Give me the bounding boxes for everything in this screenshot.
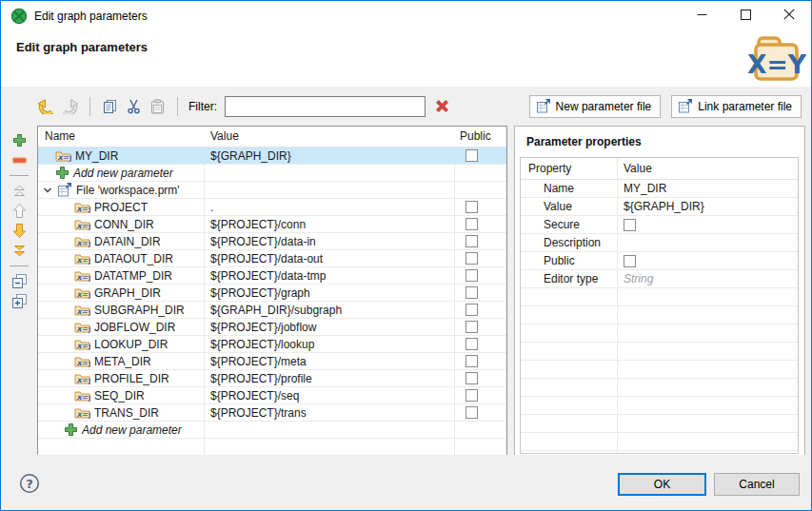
close-button[interactable] — [767, 1, 811, 30]
move-down-button[interactable] — [8, 221, 30, 241]
redo-icon — [61, 99, 79, 114]
new-parameter-file-button[interactable]: New parameter file — [529, 95, 662, 118]
column-header-public[interactable]: Public — [454, 127, 506, 147]
add-new-parameter-row[interactable]: Add new parameter — [38, 422, 506, 439]
value-cell: . — [204, 199, 454, 215]
public-checkbox[interactable] — [465, 372, 478, 384]
name-cell: x=ySEQ_DIR — [38, 387, 204, 403]
public-checkbox[interactable] — [465, 286, 478, 299]
public-checkbox[interactable] — [465, 201, 478, 213]
svg-text:x=y: x=y — [76, 359, 90, 367]
expand-all-button[interactable] — [8, 291, 30, 311]
column-header-name[interactable]: Name — [38, 127, 204, 147]
public-checkbox[interactable] — [465, 355, 478, 367]
dialog-title: Edit graph parameters — [16, 40, 148, 54]
public-cell — [454, 353, 506, 369]
public-checkbox[interactable] — [465, 304, 478, 316]
svg-text:x=y: x=y — [76, 239, 90, 247]
property-value: ${GRAPH_DIR} — [617, 200, 798, 213]
parameter-name: META_DIR — [94, 355, 151, 368]
parameter-name: JOBFLOW_DIR — [94, 321, 175, 334]
cancel-button[interactable]: Cancel — [714, 473, 800, 496]
copy-button[interactable] — [99, 95, 121, 117]
empty-property-row — [521, 361, 798, 379]
properties-panel-title: Parameter properties — [526, 135, 642, 148]
svg-text:x=y: x=y — [76, 205, 90, 213]
property-row-description[interactable]: Description — [521, 234, 798, 252]
property-row-value[interactable]: Value${GRAPH_DIR} — [521, 198, 798, 216]
help-button[interactable]: ? — [19, 473, 40, 494]
param-row-DATAIN_DIR[interactable]: x=yDATAIN_DIR${PROJECT}/data-in — [38, 233, 506, 250]
svg-text:?: ? — [26, 477, 33, 491]
public-cell — [454, 165, 506, 181]
cut-button[interactable] — [123, 95, 145, 117]
public-checkbox[interactable] — [465, 235, 478, 247]
minimize-icon — [697, 10, 707, 23]
param-row-DATATMP_DIR[interactable]: x=yDATATMP_DIR${PROJECT}/data-tmp — [38, 267, 506, 285]
parameter-value: ${PROJECT}/profile — [210, 372, 312, 385]
public-checkbox[interactable] — [465, 149, 478, 162]
property-label: Public — [521, 254, 617, 267]
param-row-TRANS_DIR[interactable]: x=yTRANS_DIR${PROJECT}/trans — [38, 404, 506, 422]
param-row-JOBFLOW_DIR[interactable]: x=yJOBFLOW_DIR${PROJECT}/jobflow — [38, 319, 506, 336]
parameter-icon: x=y — [74, 372, 90, 384]
param-row-MY_DIR[interactable]: x=yMY_DIR${GRAPH_DIR} — [38, 147, 506, 165]
add-parameter-button[interactable] — [8, 130, 30, 150]
name-cell: Add new parameter — [38, 165, 204, 181]
remove-parameter-button[interactable] — [8, 150, 30, 170]
parameters-table: Name Value Public x=yMY_DIR${GRAPH_DIR}A… — [37, 126, 507, 456]
param-row-SUBGRAPH_DIR[interactable]: x=ySUBGRAPH_DIR${GRAPH_DIR}/subgraph — [38, 302, 506, 319]
name-cell: x=yLOOKUP_DIR — [38, 336, 204, 352]
property-row-editor-type[interactable]: Editor typeString — [521, 270, 798, 288]
param-row-LOOKUP_DIR[interactable]: x=yLOOKUP_DIR${PROJECT}/lookup — [38, 336, 506, 353]
public-cell — [454, 147, 506, 164]
chevron-down-icon[interactable] — [42, 186, 53, 195]
svg-text:x=y: x=y — [76, 410, 90, 419]
property-row-public[interactable]: Public — [521, 252, 798, 270]
maximize-button[interactable] — [723, 1, 767, 30]
property-row-secure[interactable]: Secure — [521, 216, 798, 234]
parameter-name: PROJECT — [94, 201, 148, 214]
public-checkbox[interactable] — [465, 269, 478, 282]
parameter-file-row[interactable]: File 'workspace.prm' — [38, 182, 506, 199]
move-to-bottom-button[interactable] — [8, 241, 30, 261]
link-parameter-file-button[interactable]: Link parameter file — [671, 95, 802, 118]
svg-text:x=y: x=y — [57, 153, 71, 162]
param-row-META_DIR[interactable]: x=yMETA_DIR${PROJECT}/meta — [38, 353, 506, 370]
public-checkbox[interactable] — [465, 389, 478, 402]
public-checkbox[interactable] — [624, 255, 636, 267]
copy-icon — [103, 99, 118, 114]
filter-input[interactable] — [225, 96, 426, 117]
collapse-all-button[interactable] — [8, 271, 30, 291]
public-checkbox[interactable] — [465, 218, 478, 230]
property-row-name[interactable]: NameMY_DIR — [521, 180, 798, 198]
svg-text:x=y: x=y — [76, 376, 90, 384]
secure-checkbox[interactable] — [624, 219, 636, 231]
svg-text:x=y: x=y — [76, 256, 90, 265]
param-row-CONN_DIR[interactable]: x=yCONN_DIR${PROJECT}/conn — [38, 216, 506, 233]
parameter-icon: x=y — [74, 269, 90, 282]
public-checkbox[interactable] — [465, 338, 478, 350]
undo-button[interactable] — [35, 95, 57, 117]
public-cell — [454, 216, 506, 232]
add-new-parameter-row[interactable]: Add new parameter — [38, 165, 506, 182]
public-checkbox[interactable] — [465, 321, 478, 333]
param-row-DATAOUT_DIR[interactable]: x=yDATAOUT_DIR${PROJECT}/data-out — [38, 250, 506, 267]
minimize-button[interactable] — [680, 1, 723, 30]
cut-icon — [127, 99, 141, 114]
param-row-SEQ_DIR[interactable]: x=ySEQ_DIR${PROJECT}/seq — [38, 387, 506, 404]
side-toolbar — [1, 126, 37, 456]
param-row-PROJECT[interactable]: x=yPROJECT. — [38, 199, 506, 216]
app-icon — [10, 8, 28, 25]
x-equals-y-folder-logo-icon: X=Y — [745, 34, 808, 88]
public-checkbox[interactable] — [465, 406, 478, 419]
separator — [10, 175, 29, 176]
param-row-PROFILE_DIR[interactable]: x=yPROFILE_DIR${PROJECT}/profile — [38, 370, 506, 387]
public-checkbox[interactable] — [465, 252, 478, 265]
svg-text:x=y: x=y — [76, 307, 90, 316]
column-header-value[interactable]: Value — [204, 127, 454, 147]
clear-filter-button[interactable] — [431, 96, 452, 117]
property-label: Name — [521, 182, 617, 195]
ok-button[interactable]: OK — [618, 473, 706, 496]
param-row-GRAPH_DIR[interactable]: x=yGRAPH_DIR${PROJECT}/graph — [38, 285, 506, 302]
